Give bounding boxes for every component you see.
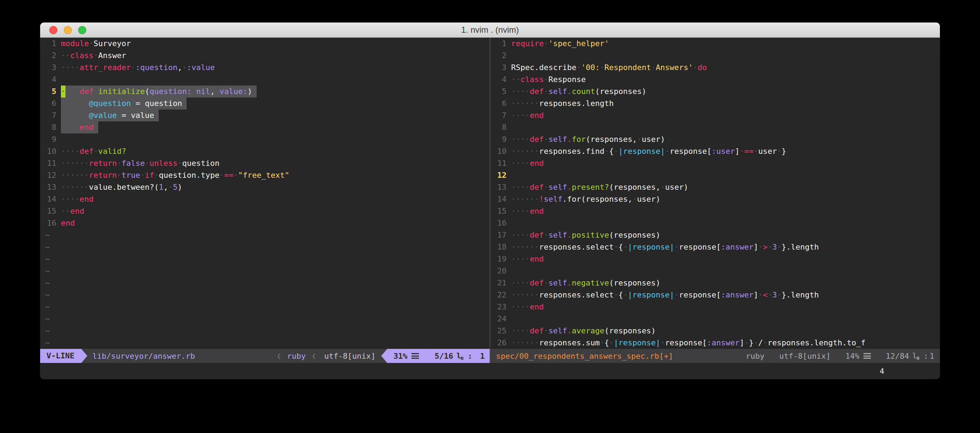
code-line[interactable]: 6······responses.length — [492, 97, 940, 110]
code-text: ····end — [61, 121, 98, 134]
empty-line: ~ — [42, 289, 490, 301]
code-line[interactable]: 17····def·self.positive(responses) — [492, 229, 940, 241]
code-token: def — [80, 147, 94, 156]
code-line[interactable]: 8 — [492, 121, 940, 134]
code-token: == — [224, 171, 234, 180]
code-token: def — [530, 326, 544, 335]
code-area-right[interactable]: 1require·'spec_helper'23RSpec.describe·'… — [490, 38, 940, 349]
code-text: ······responses.find·{·|response|·respon… — [511, 145, 786, 158]
code-line[interactable]: 23····end — [492, 301, 940, 313]
code-line[interactable]: 4··class·Response — [492, 73, 940, 86]
line-number: 9 — [42, 134, 61, 145]
scroll-percent-group-right: 14% — [845, 352, 871, 360]
code-token: . — [567, 87, 572, 96]
code-line[interactable]: 9 — [42, 134, 490, 145]
code-line[interactable]: 12 — [492, 169, 940, 181]
code-line[interactable]: 10······responses.find·{·|response|·resp… — [492, 145, 940, 158]
code-line[interactable]: 1require·'spec_helper' — [492, 38, 940, 49]
code-line[interactable]: 15··end — [42, 205, 490, 217]
zoom-button-icon[interactable] — [78, 26, 86, 34]
code-line[interactable]: 8····end — [42, 121, 490, 134]
code-line[interactable]: 7····end — [492, 110, 940, 121]
code-token: ···· — [511, 135, 530, 143]
line-number: 23 — [492, 301, 511, 313]
empty-line-tilde: ~ — [42, 301, 49, 313]
code-line[interactable]: 3····attr_reader·:question,·:value — [42, 62, 490, 73]
line-number: 14 — [492, 193, 511, 205]
code-line[interactable]: 5····def·initialize(question:·nil,·value… — [42, 86, 490, 97]
code-token: · — [744, 338, 749, 347]
code-line[interactable]: 24 — [492, 313, 940, 325]
code-line[interactable]: 13······value.between?(1,·5) — [42, 181, 490, 193]
code-line[interactable]: 3RSpec.describe·'00:·Respondent·Answers'… — [492, 62, 940, 73]
line-number: 7 — [492, 110, 511, 121]
code-token: · — [777, 147, 781, 156]
code-token: value.between?( — [89, 183, 159, 191]
code-token: ···· — [511, 326, 530, 335]
code-token: ·· — [61, 207, 70, 215]
statusline-right[interactable]: spec/00_respondents_answers_spec.rb[+] r… — [490, 349, 940, 363]
code-line[interactable]: 25····def·self.average(responses) — [492, 325, 940, 337]
minimize-button-icon[interactable] — [64, 26, 72, 34]
code-token: = — [121, 111, 126, 120]
code-text: ······responses.length — [511, 97, 614, 110]
code-token: · — [693, 63, 698, 72]
code-text: ······value.between?(1,·5) — [61, 181, 182, 193]
code-line[interactable]: 16 — [492, 217, 940, 229]
thin-separator-icon: ‹ — [276, 349, 281, 363]
line-number: 18 — [492, 241, 511, 253]
code-area-left[interactable]: 1module·Surveyor2··class·Answer3····attr… — [40, 38, 490, 349]
code-line[interactable]: 12······return·true·if·question.type·==·… — [42, 169, 490, 181]
editor-pane-right: 1require·'spec_helper'23RSpec.describe·'… — [490, 38, 940, 363]
code-line[interactable]: 16end — [42, 217, 490, 229]
code-token: 3 — [772, 290, 777, 299]
code-token: == — [744, 147, 754, 156]
code-text: ····def·self.average(responses) — [511, 325, 656, 337]
close-button-icon[interactable] — [49, 26, 57, 34]
code-line[interactable]: 13····def·self.present?(responses,·user) — [492, 181, 940, 193]
code-token: for — [572, 135, 586, 143]
code-token: response[ — [679, 290, 721, 299]
code-token: · — [740, 147, 744, 156]
code-line[interactable]: 15····end — [492, 205, 940, 217]
line-ruler-right: 12/84 — [886, 352, 909, 360]
code-line[interactable]: 2 — [492, 49, 940, 62]
code-token: :user — [712, 147, 735, 156]
code-token: end — [61, 219, 75, 228]
code-line[interactable]: 7······@value·=·value — [42, 110, 490, 121]
code-line[interactable]: 22······responses.select·{·|response|·re… — [492, 289, 940, 301]
titlebar[interactable]: 1. nvim . (nvim) — [40, 22, 940, 38]
code-line[interactable]: 21····def·self.negative(responses) — [492, 277, 940, 289]
code-text: ··class·Response — [511, 73, 586, 86]
code-line[interactable]: 19····end — [492, 253, 940, 265]
code-line[interactable]: 18······responses.select·{·|response|·re… — [492, 241, 940, 253]
code-line[interactable]: 10····def·valid? — [42, 145, 490, 158]
code-token: end — [530, 302, 544, 311]
file-path-right: spec/00_respondents_answers_spec.rb[+] — [496, 352, 746, 360]
code-line[interactable]: 5····def·self.count(responses) — [492, 86, 940, 97]
code-line[interactable]: 20 — [492, 265, 940, 277]
code-line[interactable]: 6······@question·=·question — [42, 97, 490, 110]
statusline-left[interactable]: V-LINE lib/surveyor/answer.rb ‹ ruby ‹ u… — [40, 349, 490, 363]
code-line[interactable]: 14····end — [42, 193, 490, 205]
code-token: end — [80, 123, 94, 132]
code-text: ····def·self.count(responses) — [511, 86, 646, 97]
code-line[interactable]: 11····end — [492, 158, 940, 169]
line-number: 24 — [492, 313, 511, 325]
code-line[interactable]: 1module·Surveyor — [42, 38, 490, 49]
code-token: ] — [754, 290, 758, 299]
code-token: · — [758, 242, 763, 252]
code-text: ····def·self.negative(responses) — [511, 277, 660, 289]
code-text: ······return·false·unless·question — [61, 158, 219, 169]
code-line[interactable]: 14······!self.for(responses,·user) — [492, 193, 940, 205]
code-token: ( — [145, 87, 149, 96]
code-line[interactable]: 9····def·self.for(responses,·user) — [492, 134, 940, 145]
code-token: (responses) — [609, 231, 660, 239]
code-token: . — [567, 279, 572, 287]
code-token: :question — [135, 63, 177, 72]
code-line[interactable]: 11······return·false·unless·question — [42, 158, 490, 169]
code-line[interactable]: 26······responses.sum·{·|response|·respo… — [492, 337, 940, 349]
code-line[interactable]: 4 — [42, 73, 490, 86]
filetype-right: ruby — [746, 352, 765, 360]
code-line[interactable]: 2··class·Answer — [42, 49, 490, 62]
